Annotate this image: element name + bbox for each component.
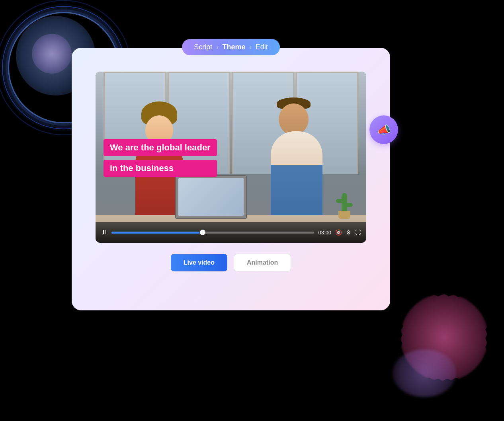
- plant-arm-left: [336, 199, 344, 203]
- breadcrumb-sep-2: ›: [250, 44, 252, 51]
- breadcrumb-sep-1: ›: [216, 44, 218, 51]
- megaphone-badge: 📣: [369, 115, 398, 144]
- main-card: Script › Theme › Edit 📣: [72, 48, 390, 310]
- breadcrumb-edit[interactable]: Edit: [256, 43, 268, 51]
- settings-button[interactable]: ⚙: [346, 229, 351, 236]
- live-video-tab[interactable]: Live video: [171, 254, 227, 271]
- progress-fill: [111, 232, 203, 234]
- plant: [334, 187, 354, 219]
- video-controls: ⏸ 03:00 🔇 ⚙ ⛶: [96, 222, 366, 243]
- blob-purple-bottom-right: [393, 349, 456, 397]
- video-text-overlay: We are the global leader in the business: [104, 139, 217, 177]
- overlay-line-1: We are the global leader: [104, 139, 217, 156]
- progress-handle[interactable]: [200, 230, 205, 235]
- progress-bar[interactable]: [111, 232, 314, 234]
- breadcrumb: Script › Theme › Edit: [182, 39, 280, 55]
- man-head: [279, 103, 309, 135]
- megaphone-icon: 📣: [377, 123, 391, 136]
- animation-tab[interactable]: Animation: [234, 254, 291, 271]
- pause-button[interactable]: ⏸: [101, 229, 107, 236]
- volume-button[interactable]: 🔇: [335, 229, 342, 236]
- breadcrumb-theme[interactable]: Theme: [222, 43, 245, 51]
- tab-buttons: Live video Animation: [171, 254, 291, 271]
- laptop-screen: [178, 178, 244, 216]
- breadcrumb-script[interactable]: Script: [194, 43, 212, 51]
- fullscreen-button[interactable]: ⛶: [355, 229, 361, 236]
- blob-purple-circle: [32, 34, 72, 74]
- plant-arm-right: [345, 203, 353, 207]
- plant-pot: [338, 211, 350, 219]
- pause-icon: ⏸: [101, 229, 107, 236]
- overlay-line-2: in the business: [104, 160, 217, 177]
- time-display: 03:00: [318, 230, 331, 236]
- laptop: [175, 175, 247, 219]
- video-container: We are the global leader in the business…: [96, 72, 366, 243]
